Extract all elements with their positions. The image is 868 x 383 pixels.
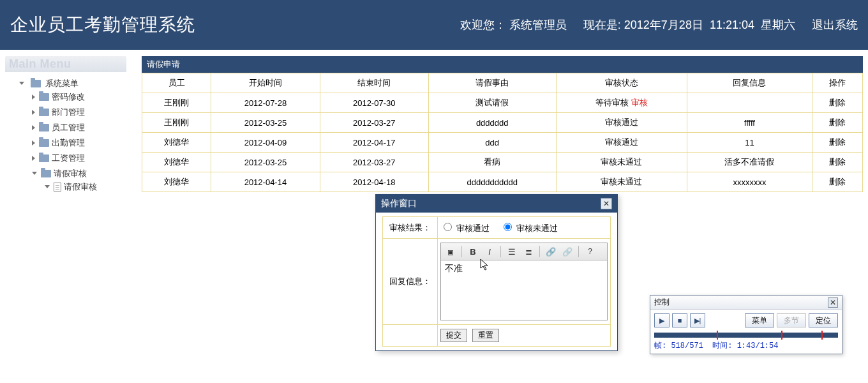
delete-link[interactable]: 删除 bbox=[829, 177, 846, 186]
tree-root[interactable]: 系统菜单 密码修改 部门管理 员工管理 出勤管理 工资管理 请假审核 请假审核 bbox=[19, 76, 125, 199]
table-row: 刘德华2012-03-252012-03-27看病审核未通过活多不准请假删除 bbox=[142, 153, 863, 172]
table-row: 王刚刚2012-07-282012-07-30测试请假等待审核审核删除 bbox=[142, 93, 863, 113]
dialog-titlebar[interactable]: 操作窗口 ✕ bbox=[376, 195, 617, 213]
unordered-list-button[interactable]: ≣ bbox=[521, 245, 535, 258]
about-button[interactable]: ？ bbox=[583, 245, 597, 258]
folder-icon bbox=[39, 139, 49, 147]
link-button[interactable]: 🔗 bbox=[544, 245, 558, 258]
close-icon: ✕ bbox=[830, 298, 836, 307]
dialog-title-text: 操作窗口 bbox=[381, 198, 417, 209]
result-label: 审核结果： bbox=[383, 217, 438, 239]
radio-fail-label[interactable]: 审核未通过 bbox=[500, 223, 558, 233]
table-row: 刘德华2012-04-092012-04-17ddd审核通过11删除 bbox=[142, 133, 863, 153]
progress-bar[interactable] bbox=[654, 333, 838, 338]
logout-link[interactable]: 退出系统 bbox=[812, 17, 858, 33]
folder-icon bbox=[39, 93, 49, 101]
folder-icon bbox=[39, 124, 49, 131]
main-content: 请假申请 员工 开始时间 结束时间 请假事由 审核状态 回复信息 操作 王刚刚2… bbox=[142, 56, 863, 202]
playback-status: 帧: 518/571 时间: 1:43/1:54 bbox=[654, 340, 838, 351]
menu-header: Main Menu bbox=[5, 56, 126, 72]
radio-pass[interactable] bbox=[444, 223, 452, 231]
play-button[interactable]: ▶ bbox=[654, 313, 670, 327]
play-icon: ▶ bbox=[659, 317, 664, 325]
chevron-right-icon[interactable] bbox=[32, 94, 35, 100]
rich-editor: ▣ B I ☰ ≣ 🔗 🔗 ？ bbox=[440, 243, 608, 320]
stop-button[interactable]: ■ bbox=[672, 313, 687, 327]
multi-button: 多节 bbox=[777, 313, 806, 327]
bold-button[interactable]: B bbox=[466, 245, 480, 258]
reply-textarea[interactable] bbox=[441, 260, 607, 318]
audit-link[interactable]: 审核 bbox=[631, 98, 648, 107]
chevron-right-icon[interactable] bbox=[32, 125, 35, 130]
sidebar-subitem-leave-audit[interactable]: 请假审核 bbox=[45, 179, 125, 195]
delete-link[interactable]: 删除 bbox=[829, 137, 846, 147]
table-row: 王刚刚2012-03-252012-03-27ddddddd审核通过fffff删… bbox=[142, 113, 863, 133]
leave-table: 员工 开始时间 结束时间 请假事由 审核状态 回复信息 操作 王刚刚2012-0… bbox=[142, 73, 863, 192]
folder-icon bbox=[41, 170, 51, 177]
folder-icon bbox=[39, 154, 49, 162]
menu-button[interactable]: 菜单 bbox=[745, 313, 774, 327]
delete-link[interactable]: 删除 bbox=[829, 117, 846, 127]
file-icon bbox=[54, 183, 61, 192]
table-row: 刘德华2012-04-142012-04-18ddddddddddd审核未通过x… bbox=[142, 172, 863, 192]
close-icon: ✕ bbox=[603, 199, 610, 208]
unlink-button[interactable]: 🔗 bbox=[560, 245, 574, 258]
unordered-list-icon: ≣ bbox=[525, 247, 532, 257]
delete-link[interactable]: 删除 bbox=[829, 157, 846, 167]
progress-tick bbox=[717, 331, 718, 340]
chevron-right-icon[interactable] bbox=[32, 156, 35, 161]
editor-toolbar: ▣ B I ☰ ≣ 🔗 🔗 ？ bbox=[441, 243, 607, 260]
player-control-panel: 控制 ✕ ▶ ■ ▶| 菜单 多节 定位 帧: 518/571 时间: 1:43… bbox=[650, 295, 842, 354]
sidebar-item-salary[interactable]: 工资管理 bbox=[32, 151, 125, 166]
app-title: 企业员工考勤管理系统 bbox=[10, 13, 195, 37]
folder-icon bbox=[31, 80, 41, 87]
control-close-button[interactable]: ✕ bbox=[828, 297, 838, 308]
radio-fail[interactable] bbox=[504, 223, 512, 231]
chevron-down-icon[interactable] bbox=[19, 82, 24, 85]
ordered-list-button[interactable]: ☰ bbox=[505, 245, 519, 258]
welcome-block: 欢迎您： 系统管理员 bbox=[460, 17, 567, 33]
datetime-block: 现在是: 2012年7月28日 11:21:04 星期六 bbox=[583, 17, 795, 33]
current-user: 系统管理员 bbox=[509, 19, 567, 31]
chevron-down-icon[interactable] bbox=[32, 172, 37, 175]
about-icon: ？ bbox=[586, 246, 594, 257]
italic-button[interactable]: I bbox=[483, 245, 497, 258]
sidebar-item-attendance[interactable]: 出勤管理 bbox=[32, 135, 125, 151]
panel-title: 请假申请 bbox=[142, 56, 863, 73]
radio-pass-label[interactable]: 审核通过 bbox=[440, 223, 490, 233]
chevron-right-icon[interactable] bbox=[32, 110, 35, 115]
reply-label: 回复信息： bbox=[383, 239, 438, 325]
step-button[interactable]: ▶| bbox=[690, 313, 705, 327]
submit-button[interactable]: 提交 bbox=[440, 329, 467, 342]
link-icon: 🔗 bbox=[546, 247, 556, 257]
sidebar-item-leave-audit[interactable]: 请假审核 请假审核 bbox=[32, 166, 125, 197]
locate-button[interactable]: 定位 bbox=[809, 313, 838, 327]
step-icon: ▶| bbox=[694, 317, 701, 325]
stop-icon: ■ bbox=[678, 317, 682, 324]
audit-dialog: 操作窗口 ✕ 审核结果： 审核通过 审核未通过 回复信息： ▣ bbox=[375, 194, 618, 351]
chevron-right-icon[interactable] bbox=[32, 140, 35, 146]
sidebar: Main Menu 系统菜单 密码修改 部门管理 员工管理 出勤管理 工资管理 … bbox=[5, 56, 126, 202]
sidebar-item-employee[interactable]: 员工管理 bbox=[32, 120, 125, 135]
control-titlebar[interactable]: 控制 ✕ bbox=[650, 296, 842, 310]
delete-link[interactable]: 删除 bbox=[829, 98, 846, 107]
sidebar-item-dept[interactable]: 部门管理 bbox=[32, 105, 125, 120]
reset-button[interactable]: 重置 bbox=[472, 329, 499, 342]
folder-icon bbox=[39, 109, 49, 116]
sidebar-item-password[interactable]: 密码修改 bbox=[32, 89, 125, 105]
ordered-list-icon: ☰ bbox=[508, 247, 516, 257]
unlink-icon: 🔗 bbox=[562, 247, 572, 257]
source-button[interactable]: ▣ bbox=[444, 245, 458, 258]
table-header-row: 员工 开始时间 结束时间 请假事由 审核状态 回复信息 操作 bbox=[142, 73, 863, 93]
progress-tick bbox=[821, 331, 823, 340]
chevron-down-icon[interactable] bbox=[45, 185, 50, 188]
close-button[interactable]: ✕ bbox=[601, 198, 612, 209]
progress-tick bbox=[781, 331, 782, 340]
app-header: 企业员工考勤管理系统 欢迎您： 系统管理员 现在是: 2012年7月28日 11… bbox=[0, 0, 868, 50]
nav-tree: 系统菜单 密码修改 部门管理 员工管理 出勤管理 工资管理 请假审核 请假审核 bbox=[5, 72, 126, 202]
